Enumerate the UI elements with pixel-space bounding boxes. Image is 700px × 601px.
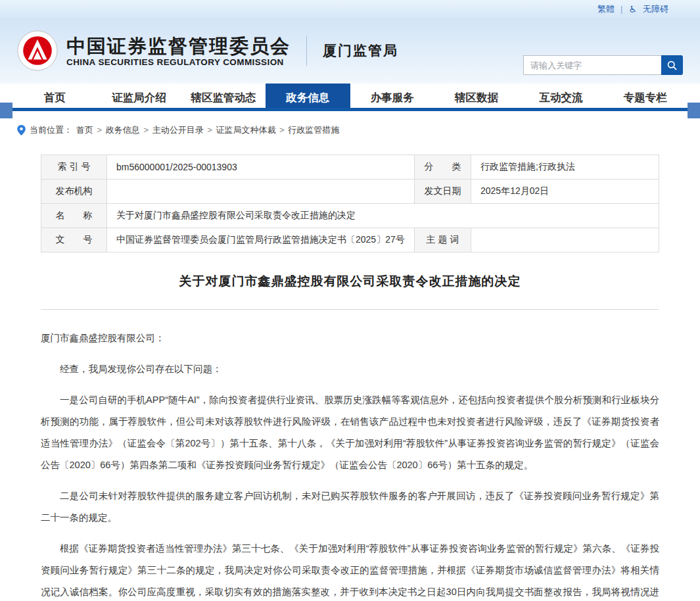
article-paragraph-0: 厦门市鑫鼎盛控股有限公司：	[41, 327, 659, 349]
topbar-divider: |	[620, 4, 622, 14]
nav-item-4[interactable]: 办事服务	[350, 84, 434, 108]
org-name-en: CHINA SECURITIES REGULATORY COMMISSION	[66, 57, 291, 67]
nav-item-0[interactable]: 首页	[12, 84, 97, 108]
index-label: 索 引 号	[41, 155, 107, 180]
nav-left-decoration	[0, 103, 12, 118]
search-button[interactable]	[661, 55, 683, 75]
nav-item-2[interactable]: 辖区监管动态	[181, 84, 266, 108]
header-divider	[306, 36, 307, 66]
traditional-chinese-link[interactable]: 繁體	[597, 3, 615, 15]
title-divider	[41, 309, 659, 310]
site-header: 中国证券监督管理委员会 CHINA SECURITIES REGULATORY …	[0, 18, 700, 84]
nav-right-decoration	[688, 103, 700, 118]
breadcrumb-trail: 首页 > 政务信息 > 主动公开目录 > 证监局文种体裁 > 行政监管措施	[76, 124, 339, 136]
docno-label: 文 号	[41, 228, 107, 252]
breadcrumb-separator: >	[95, 125, 105, 135]
date-value: 2025年12月02日	[471, 180, 659, 204]
breadcrumb-separator: >	[277, 125, 287, 135]
article-paragraph-2: 一是公司自研的手机APP“随牛AI”，除向投资者提供行业资讯、股票历史涨跌幅等客…	[41, 389, 659, 476]
main-nav: 首页证监局介绍辖区监管动态政务信息办事服务辖区数据互动交流专题专栏	[0, 84, 700, 114]
article-paragraph-4: 根据《证券期货投资者适当性管理办法》第三十七条、《关于加强对利用“荐股软件”从事…	[41, 538, 659, 601]
org-name-cn: 中国证券监督管理委员会	[66, 35, 291, 57]
subject-value	[471, 228, 659, 252]
location-pin-icon	[17, 125, 26, 135]
article-content: 索 引 号 bm56000001/2025-00013903 分 类 行政监管措…	[0, 141, 700, 601]
nav-item-1[interactable]: 证监局介绍	[97, 84, 181, 108]
search-bar	[523, 55, 683, 75]
nav-item-6[interactable]: 互动交流	[519, 84, 603, 108]
table-row: 名 称 关于对厦门市鑫鼎盛控股有限公司采取责令改正措施的决定	[41, 204, 659, 228]
accessibility-icon: ♿	[628, 4, 637, 14]
nav-item-5[interactable]: 辖区数据	[434, 84, 519, 108]
publisher-label: 发布机构	[41, 180, 107, 204]
docno-value: 中国证券监督管理委员会厦门监管局行政监管措施决定书〔2025〕27号	[107, 228, 415, 252]
table-row: 发布机构 发文日期 2025年12月02日	[41, 180, 659, 204]
subject-label: 主 题 词	[415, 228, 471, 252]
breadcrumb-link-1[interactable]: 政务信息	[106, 125, 140, 135]
breadcrumb-link-3[interactable]: 证监局文种体裁	[216, 125, 275, 135]
accessibility-link[interactable]: 无障碍	[643, 3, 668, 15]
csrc-logo-icon	[17, 30, 58, 71]
breadcrumb-prefix: 当前位置：	[30, 124, 72, 136]
article-paragraph-3: 二是公司未针对荐股软件提供的服务建立客户回访机制，未对已购买荐股软件服务的客户开…	[41, 485, 659, 529]
publisher-value	[107, 180, 415, 204]
category-label: 分 类	[415, 155, 471, 180]
top-utility-bar: 繁體 | ♿ 无障碍	[0, 0, 700, 18]
breadcrumb-link-0[interactable]: 首页	[76, 125, 93, 135]
nav-items-container: 首页证监局介绍辖区监管动态政务信息办事服务辖区数据互动交流专题专栏	[12, 84, 688, 111]
table-row: 文 号 中国证券监督管理委员会厦门监管局行政监管措施决定书〔2025〕27号 主…	[41, 228, 659, 252]
breadcrumb-separator: >	[141, 125, 151, 135]
nav-item-3-active[interactable]: 政务信息	[266, 84, 350, 108]
article-paragraph-1: 经查，我局发现你公司存在以下问题：	[41, 358, 659, 380]
breadcrumb-separator: >	[205, 125, 215, 135]
search-icon	[666, 60, 678, 71]
name-label: 名 称	[41, 204, 107, 228]
org-title-block: 中国证券监督管理委员会 CHINA SECURITIES REGULATORY …	[66, 35, 291, 67]
bureau-name: 厦门监管局	[323, 41, 398, 60]
breadcrumb-link-2[interactable]: 主动公开目录	[152, 125, 204, 135]
article-body: 厦门市鑫鼎盛控股有限公司：经查，我局发现你公司存在以下问题：一是公司自研的手机A…	[41, 327, 659, 601]
category-value: 行政监管措施;行政执法	[471, 155, 659, 180]
name-value: 关于对厦门市鑫鼎盛控股有限公司采取责令改正措施的决定	[107, 204, 659, 228]
search-input[interactable]	[523, 55, 661, 75]
page-title: 关于对厦门市鑫鼎盛控股有限公司采取责令改正措施的决定	[41, 273, 659, 290]
breadcrumb: 当前位置： 首页 > 政务信息 > 主动公开目录 > 证监局文种体裁 > 行政监…	[0, 114, 700, 141]
document-meta-table: 索 引 号 bm56000001/2025-00013903 分 类 行政监管措…	[41, 155, 659, 252]
index-value: bm56000001/2025-00013903	[107, 155, 415, 180]
table-row: 索 引 号 bm56000001/2025-00013903 分 类 行政监管措…	[41, 155, 659, 180]
nav-item-7[interactable]: 专题专栏	[603, 84, 688, 108]
breadcrumb-link-4[interactable]: 行政监管措施	[288, 125, 339, 135]
date-label: 发文日期	[415, 180, 471, 204]
